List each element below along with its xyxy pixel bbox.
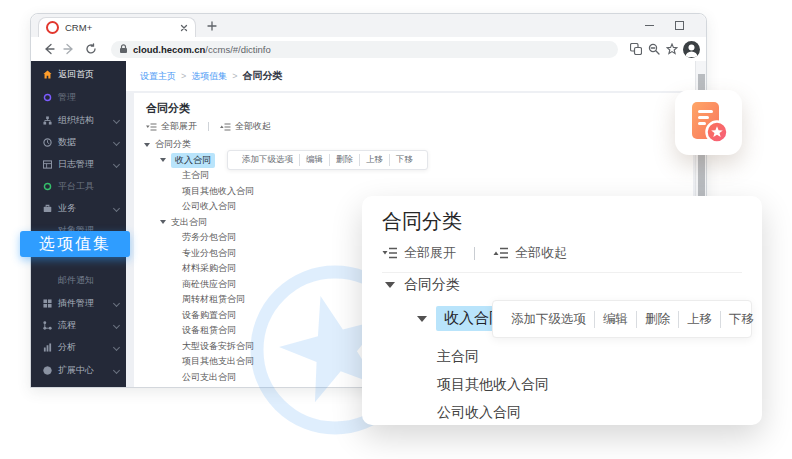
collapse-all-icon <box>220 122 231 132</box>
breadcrumb-separator: > <box>181 71 186 81</box>
business-icon <box>43 204 52 213</box>
delete-button[interactable]: 删除 <box>636 311 678 328</box>
tree-row[interactable]: 主合同 <box>134 168 693 184</box>
edit-button[interactable]: 编辑 <box>299 154 329 166</box>
sidebar-item-admin[interactable]: 管理 <box>31 88 126 106</box>
chevron-down-icon <box>113 343 120 350</box>
sidebar-item-logs[interactable]: 日志管理 <box>31 155 126 173</box>
breadcrumb-separator: > <box>232 71 237 81</box>
breadcrumb-link-settings-home[interactable]: 设置主页 <box>140 70 176 83</box>
sidebar-item-mail-notify[interactable]: 邮件通知 <box>31 271 126 289</box>
new-tab-icon[interactable] <box>207 21 217 31</box>
crm-logo-icon <box>46 21 59 34</box>
move-up-button[interactable]: 上移 <box>359 154 389 166</box>
divider <box>474 247 475 260</box>
tree-row-selected[interactable]: 收入合同 添加下级选项 编辑 删除 上移 下移 <box>134 153 693 169</box>
sidebar-item-home[interactable]: 返回首页 <box>31 65 126 83</box>
extension-icon <box>43 366 52 375</box>
translate-icon[interactable] <box>630 43 642 55</box>
reload-icon[interactable] <box>85 43 97 55</box>
tab-title: CRM+ <box>65 22 174 33</box>
browser-tab[interactable]: CRM+ <box>38 17 196 37</box>
delete-button[interactable]: 删除 <box>329 154 359 166</box>
expand-all-icon <box>146 122 157 132</box>
tree-expand-arrow-icon[interactable] <box>160 220 166 224</box>
plugin-grid-icon <box>43 299 52 308</box>
expand-all-button[interactable]: 全部展开 <box>404 244 456 262</box>
document-star-icon-card <box>675 90 742 155</box>
org-structure-icon <box>43 116 52 125</box>
zoom-overlay-panel: 合同分类 全部展开 全部收起 合同分类 收入合同 添加下级选项 编辑 删除 上移… <box>362 196 762 425</box>
sidebar-callout-option-value-set[interactable]: 选项值集 <box>20 231 130 257</box>
window-restore-icon[interactable] <box>675 21 684 30</box>
lock-icon <box>119 44 128 54</box>
breadcrumb: 设置主页 > 选项值集 > 合同分类 <box>126 61 696 91</box>
breadcrumb-link-option-sets[interactable]: 选项值集 <box>191 70 227 83</box>
expand-all-button[interactable]: 全部展开 <box>161 120 197 133</box>
chevron-down-icon <box>113 366 120 373</box>
tree-expand-arrow-icon[interactable] <box>160 158 166 162</box>
sidebar-item-plugins[interactable]: 插件管理 <box>31 294 126 312</box>
home-icon <box>43 70 52 79</box>
panel-title: 合同分类 <box>146 101 190 116</box>
overlay-title: 合同分类 <box>382 208 462 235</box>
tab-close-icon[interactable] <box>180 24 188 32</box>
chevron-down-icon <box>113 116 120 123</box>
expand-all-icon <box>382 246 398 260</box>
window-minimize-icon[interactable] <box>645 25 654 26</box>
data-clock-icon <box>43 138 52 147</box>
bookmark-star-icon[interactable] <box>666 43 678 55</box>
tree-expand-arrow-icon[interactable] <box>385 282 395 288</box>
document-star-icon <box>690 101 728 145</box>
move-down-button[interactable]: 下移 <box>720 311 762 328</box>
chevron-down-icon <box>113 321 120 328</box>
admin-icon <box>43 93 52 102</box>
tab-strip: CRM+ <box>31 14 706 37</box>
collapse-all-icon <box>493 246 509 260</box>
move-up-button[interactable]: 上移 <box>678 311 720 328</box>
collapse-all-button[interactable]: 全部收起 <box>515 244 567 262</box>
forward-icon[interactable] <box>63 43 75 55</box>
sidebar-item-process[interactable]: 流程 <box>31 316 126 334</box>
platform-tools-icon <box>43 182 52 191</box>
tree-expand-arrow-icon[interactable] <box>144 143 150 147</box>
sidebar-item-org[interactable]: 组织结构 <box>31 111 126 129</box>
tree-row[interactable]: 主合同 <box>437 348 479 366</box>
url-domain: cloud.hecom.cn <box>133 44 205 55</box>
edit-button[interactable]: 编辑 <box>594 311 636 328</box>
zoom-out-icon[interactable] <box>648 43 660 55</box>
url-field[interactable]: cloud.hecom.cn/ccms/#/dictinfo <box>111 41 618 58</box>
tree-row[interactable]: 项目其他收入合同 <box>437 376 549 394</box>
chevron-down-icon <box>113 204 120 211</box>
selected-node[interactable]: 收入合同 <box>171 153 215 168</box>
divider <box>208 122 209 131</box>
analysis-bars-icon <box>43 343 52 352</box>
address-bar: cloud.hecom.cn/ccms/#/dictinfo <box>31 37 706 62</box>
sidebar: 返回首页 管理 组织结构 数据 <box>31 61 126 387</box>
sidebar-item-platform-tools[interactable]: 平台工具 <box>31 177 126 195</box>
tree-row[interactable]: 合同分类 <box>385 276 460 294</box>
node-action-toolbar: 添加下级选项 编辑 删除 上移 下移 <box>227 150 428 170</box>
sidebar-item-data[interactable]: 数据 <box>31 133 126 151</box>
log-icon <box>43 160 52 169</box>
url-path: /ccms/#/dictinfo <box>205 44 270 55</box>
profile-avatar[interactable] <box>683 41 700 58</box>
chevron-down-icon <box>113 138 120 145</box>
chevron-down-icon <box>113 299 120 306</box>
collapse-all-button[interactable]: 全部收起 <box>235 120 271 133</box>
node-action-toolbar: 添加下级选项 编辑 删除 上移 下移 <box>492 300 752 338</box>
sidebar-item-analysis[interactable]: 分析 <box>31 338 126 356</box>
flow-icon <box>43 321 52 330</box>
chevron-down-icon <box>113 160 120 167</box>
add-child-option-button[interactable]: 添加下级选项 <box>503 311 594 328</box>
sidebar-item-business[interactable]: 业务 <box>31 199 126 217</box>
move-down-button[interactable]: 下移 <box>389 154 419 166</box>
tree-row[interactable]: 公司收入合同 <box>437 404 521 422</box>
back-icon[interactable] <box>43 43 55 55</box>
breadcrumb-current: 合同分类 <box>243 69 283 83</box>
add-child-option-button[interactable]: 添加下级选项 <box>236 154 299 166</box>
tree-expand-arrow-icon[interactable] <box>417 316 427 322</box>
sidebar-item-extension-center[interactable]: 扩展中心 <box>31 361 126 379</box>
